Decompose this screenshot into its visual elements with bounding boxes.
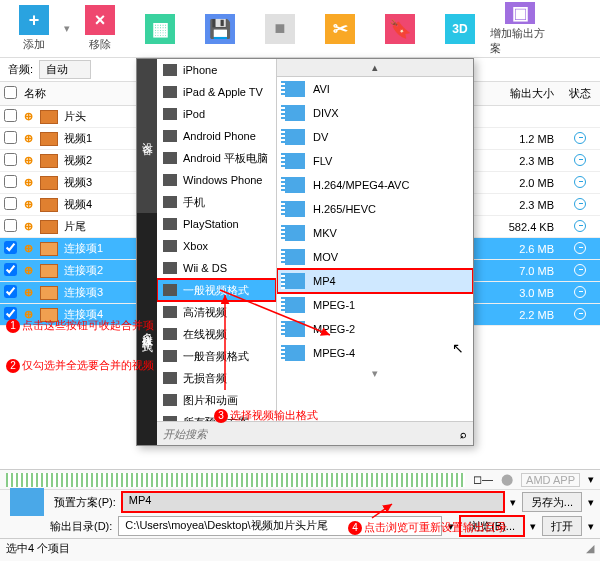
category-item[interactable]: PlayStation xyxy=(157,213,276,235)
category-item[interactable]: 图片和动画 xyxy=(157,389,276,411)
format-label: AVI xyxy=(313,83,330,95)
category-item[interactable]: Windows Phone xyxy=(157,169,276,191)
format-item[interactable]: DV xyxy=(277,125,473,149)
preset-select[interactable]: MP4 xyxy=(122,492,504,512)
remove-button[interactable]: × 移除 xyxy=(70,2,130,56)
browse-button[interactable]: 浏览(B)... xyxy=(460,516,524,536)
row-size: 3.0 MB xyxy=(498,287,560,299)
expand-icon[interactable]: ⊕ xyxy=(20,308,36,321)
expand-icon[interactable]: ⊕ xyxy=(20,220,36,233)
stop-icon: ■ xyxy=(265,14,295,44)
annotation-2: 2仅勾选并全选要合并的视频 xyxy=(6,358,154,373)
category-item[interactable]: Android Phone xyxy=(157,125,276,147)
status-bar: 选中4 个项目 ◢ xyxy=(0,538,600,558)
row-checkbox[interactable] xyxy=(4,153,17,166)
video-thumb-icon xyxy=(40,176,58,190)
format-item[interactable]: MP4 xyxy=(277,269,473,293)
dropdown-caret-icon[interactable]: ▾ xyxy=(530,520,536,533)
expand-icon[interactable]: ⊕ xyxy=(20,286,36,299)
format-item[interactable]: AVI xyxy=(277,77,473,101)
row-status xyxy=(560,308,600,322)
format-item[interactable]: FLV xyxy=(277,149,473,173)
category-label: iPhone xyxy=(183,64,217,76)
category-icon xyxy=(163,284,177,296)
row-checkbox[interactable] xyxy=(4,285,17,298)
tool-button-3[interactable]: ■ xyxy=(250,2,310,56)
audio-value[interactable]: 自动 xyxy=(39,60,91,79)
row-checkbox[interactable] xyxy=(4,197,17,210)
tool-button-3d[interactable]: 3D xyxy=(430,2,490,56)
row-checkbox[interactable] xyxy=(4,131,17,144)
row-checkbox[interactable] xyxy=(4,175,17,188)
category-item[interactable]: iPhone xyxy=(157,59,276,81)
search-input[interactable] xyxy=(163,428,460,440)
add-button[interactable]: + 添加 xyxy=(4,2,64,56)
format-item[interactable]: MOV xyxy=(277,245,473,269)
dropdown-caret-icon[interactable]: ▾ xyxy=(448,520,454,533)
collapse-up-icon[interactable]: ▴ xyxy=(277,59,473,77)
row-checkbox[interactable] xyxy=(4,263,17,276)
category-label: Windows Phone xyxy=(183,174,263,186)
save-as-button[interactable]: 另存为... xyxy=(522,492,582,512)
category-icon xyxy=(163,108,177,120)
row-checkbox[interactable] xyxy=(4,219,17,232)
expand-icon[interactable]: ⊕ xyxy=(20,154,36,167)
dropdown-caret-icon[interactable]: ▾ xyxy=(588,520,594,533)
format-item[interactable]: MKV xyxy=(277,221,473,245)
tag-icon: 🔖 xyxy=(385,14,415,44)
expand-icon[interactable]: ⊕ xyxy=(20,242,36,255)
category-label: 高清视频 xyxy=(183,305,227,320)
category-item[interactable]: 高清视频 xyxy=(157,301,276,323)
tab-devices[interactable]: 设备 xyxy=(137,59,157,213)
expand-icon[interactable]: ⊕ xyxy=(20,198,36,211)
add-output-button[interactable]: ▣ 增加输出方案 xyxy=(490,2,550,56)
category-icon xyxy=(163,64,177,76)
format-item[interactable]: MPEG-4 xyxy=(277,341,473,365)
category-item[interactable]: 无损音频 xyxy=(157,367,276,389)
format-item[interactable]: MPEG-1 xyxy=(277,293,473,317)
row-checkbox[interactable] xyxy=(4,109,17,122)
format-item[interactable]: MPEG-2 xyxy=(277,317,473,341)
resize-grip-icon[interactable]: ◢ xyxy=(586,542,594,555)
dropdown-caret-icon[interactable]: ▾ xyxy=(588,496,594,509)
category-item[interactable]: 在线视频 xyxy=(157,323,276,345)
expand-down-icon[interactable]: ▾ xyxy=(277,365,473,382)
tool-button-4[interactable]: ✂ xyxy=(310,2,370,56)
category-item[interactable]: Android 平板电脑 xyxy=(157,147,276,169)
time-slider-icon[interactable]: ◻— xyxy=(473,473,493,486)
category-item[interactable]: 一般音频格式 xyxy=(157,345,276,367)
dropdown-caret-icon[interactable]: ▾ xyxy=(588,473,594,486)
format-item[interactable]: H.265/HEVC xyxy=(277,197,473,221)
category-label: 一般视频格式 xyxy=(183,283,249,298)
category-icon xyxy=(163,130,177,142)
format-item[interactable]: H.264/MPEG4-AVC xyxy=(277,173,473,197)
tool-button-2[interactable]: 💾 xyxy=(190,2,250,56)
category-item[interactable]: iPod xyxy=(157,103,276,125)
expand-icon[interactable]: ⊕ xyxy=(20,110,36,123)
row-status xyxy=(560,242,600,256)
category-item[interactable]: 一般视频格式 xyxy=(157,279,276,301)
row-checkbox[interactable] xyxy=(4,241,17,254)
format-label: MPEG-4 xyxy=(313,347,355,359)
tab-formats[interactable]: 多媒体格式 xyxy=(137,213,157,445)
outdir-field[interactable]: C:\Users\moyea\Desktop\视频加片头片尾 xyxy=(118,516,442,536)
select-all-checkbox[interactable] xyxy=(4,86,17,99)
dropdown-caret-icon[interactable]: ▾ xyxy=(510,496,516,509)
tool-button-5[interactable]: 🔖 xyxy=(370,2,430,56)
category-item[interactable]: 手机 xyxy=(157,191,276,213)
video-thumb-icon xyxy=(40,286,58,300)
scissors-icon: ✂ xyxy=(325,14,355,44)
expand-icon[interactable]: ⊕ xyxy=(20,176,36,189)
format-item[interactable]: DIVX xyxy=(277,101,473,125)
row-checkbox[interactable] xyxy=(4,307,17,320)
expand-icon[interactable]: ⊕ xyxy=(20,132,36,145)
search-icon[interactable]: ⌕ xyxy=(460,428,467,440)
waveform xyxy=(6,473,465,487)
expand-icon[interactable]: ⊕ xyxy=(20,264,36,277)
category-item[interactable]: Wii & DS xyxy=(157,257,276,279)
tool-button-1[interactable]: ▦ xyxy=(130,2,190,56)
category-item[interactable]: iPad & Apple TV xyxy=(157,81,276,103)
video-thumb-icon xyxy=(40,242,58,256)
category-item[interactable]: Xbox xyxy=(157,235,276,257)
open-button[interactable]: 打开 xyxy=(542,516,582,536)
